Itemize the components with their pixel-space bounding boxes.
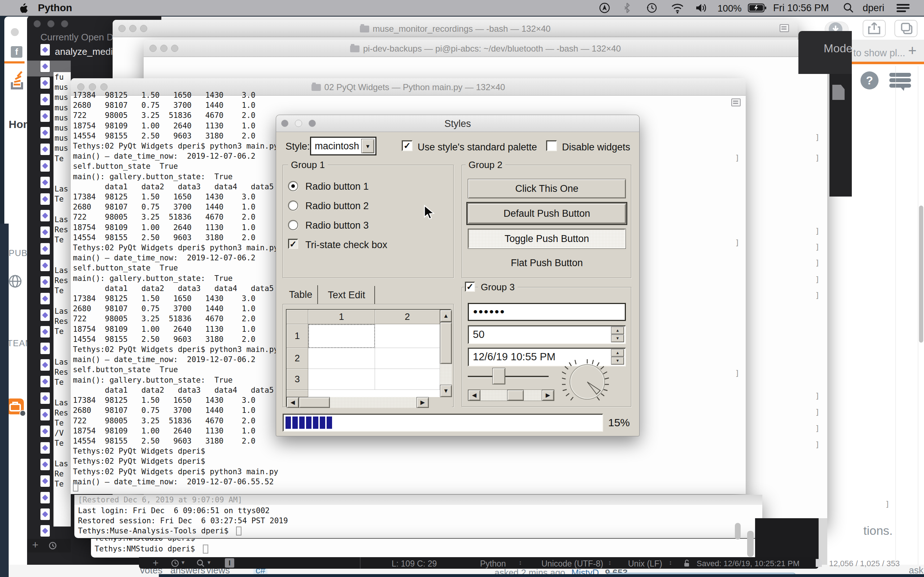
table-cell-2-2[interactable] (375, 348, 440, 369)
table-row-header-1[interactable]: 1 (287, 324, 308, 348)
scrollbar-left-button[interactable]: ◀ (468, 390, 480, 401)
spotlight-icon[interactable] (843, 3, 854, 13)
notification-list-icon[interactable] (896, 3, 910, 13)
muse-panes-icon[interactable] (780, 24, 789, 32)
table-cell-1-1-selected[interactable] (308, 324, 375, 348)
scrollbar-thumb[interactable] (507, 390, 524, 401)
editor-zoom-button[interactable] (61, 20, 68, 27)
spinbox[interactable]: 50 ▴ ▾ (468, 325, 626, 344)
radio-button-1-label[interactable]: Radio button 1 (305, 181, 369, 192)
group3-checkbox[interactable]: ✓ (465, 282, 475, 292)
search-dropdown-caret[interactable]: ▾ (208, 559, 210, 566)
password-field[interactable]: •••••• (468, 303, 626, 321)
slider-track[interactable] (468, 376, 549, 377)
new-tab-button[interactable]: + (908, 43, 916, 59)
palette-checkbox[interactable]: ✓ (402, 140, 412, 151)
search-icon[interactable] (196, 559, 205, 568)
line-ending-dropdown-icon[interactable]: ↕ (669, 559, 672, 567)
browser-tab-partial[interactable]: to show pl... + (851, 40, 924, 62)
table-hscrollbar[interactable]: ◀ ▶ (287, 397, 429, 408)
group3-hscrollbar[interactable]: ◀ ▶ (468, 390, 554, 401)
pyqt-panes-icon[interactable] (731, 98, 741, 106)
stackoverflow-logo[interactable] (10, 69, 25, 89)
radio-button-2-label[interactable]: Radio button 2 (305, 200, 369, 212)
click-this-one-button[interactable]: Click This One (468, 179, 626, 198)
table-row-header-2[interactable]: 2 (287, 348, 308, 369)
help-icon[interactable]: ? (861, 71, 879, 89)
file-list[interactable] (40, 44, 50, 542)
dial-widget[interactable] (562, 358, 612, 408)
spin-up-button[interactable]: ▴ (611, 327, 624, 334)
bluetooth-icon[interactable] (623, 2, 631, 14)
datetime-down-button[interactable]: ▾ (611, 357, 624, 364)
terminal-scroll-pill-1[interactable] (735, 523, 741, 540)
hscroll-thumb[interactable] (299, 397, 330, 408)
open-file-name[interactable]: analyze_medita (55, 46, 121, 57)
table-cell-3-2[interactable] (375, 369, 440, 390)
tristate-checkbox[interactable]: ✓ (288, 239, 298, 249)
scroll-left-button[interactable]: ◀ (287, 397, 299, 408)
tab-text-edit[interactable]: Text Edit (319, 286, 375, 305)
disable-widgets-checkbox[interactable] (546, 140, 557, 151)
menu-user-name[interactable]: dperi (863, 3, 884, 14)
disable-widgets-label[interactable]: Disable widgets (562, 142, 630, 153)
clock-dropdown-caret[interactable]: ▾ (181, 559, 184, 566)
syntax-dropdown-icon[interactable]: ↕ (519, 559, 522, 567)
combobox-arrow-button[interactable]: ▼ (361, 139, 374, 153)
add-button[interactable]: + (153, 557, 158, 569)
terminal-scroll-pill-2[interactable] (747, 531, 754, 557)
palette-checkbox-label[interactable]: Use style's standard palette (418, 142, 537, 153)
scrollbar-right-button[interactable]: ▶ (542, 390, 554, 401)
share-button[interactable] (863, 20, 886, 37)
menu-clock[interactable]: Fri 10:56 PM (773, 3, 829, 14)
table-col-header-1[interactable]: 1 (308, 310, 375, 324)
toggle-push-button[interactable]: Toggle Push Button (468, 229, 626, 249)
time-machine-icon[interactable] (646, 2, 657, 14)
scroll-right-button[interactable]: ▶ (417, 397, 429, 408)
syntax-mode[interactable]: Python (480, 559, 506, 569)
slider-handle[interactable] (492, 368, 505, 384)
line-ending[interactable]: Unix (LF) (628, 559, 662, 569)
browser-scrollbar[interactable] (919, 206, 923, 343)
radio-button-3-label[interactable]: Radio button 3 (305, 220, 369, 231)
history-icon[interactable] (48, 541, 57, 550)
scroll-up-button[interactable]: ▲ (440, 310, 452, 322)
location-services-icon[interactable] (599, 3, 610, 13)
battery-icon[interactable] (748, 3, 767, 13)
tabs-overview-button[interactable] (894, 20, 918, 37)
table-vscrollbar[interactable]: ▲ ▼ (440, 310, 452, 397)
recent-clock-icon[interactable] (171, 559, 179, 567)
style-combobox[interactable]: macintosh ▼ (310, 137, 376, 155)
editor-close-button[interactable] (34, 20, 41, 27)
table-cell-2-1[interactable] (308, 348, 375, 369)
facebook-icon[interactable]: f (11, 46, 23, 58)
inbox-icon[interactable] (888, 72, 912, 91)
table-widget[interactable]: 1 2 1 2 3 ▲ ▼ ◀ ▶ (286, 309, 451, 407)
spin-down-button[interactable]: ▾ (611, 335, 624, 342)
wifi-icon[interactable] (670, 3, 684, 14)
tristate-checkbox-label[interactable]: Tri-state check box (305, 239, 387, 251)
table-cell-1-2[interactable] (375, 324, 440, 348)
volume-icon[interactable] (695, 3, 708, 13)
globe-icon[interactable] (8, 274, 23, 288)
editor-minimize-button[interactable] (47, 20, 55, 27)
datetime-up-button[interactable]: ▴ (611, 349, 624, 357)
radio-button-3[interactable] (288, 220, 298, 230)
teams-briefcase-icon[interactable] (6, 398, 24, 414)
active-app-name[interactable]: Python (38, 2, 72, 14)
table-col-header-2[interactable]: 2 (375, 310, 440, 324)
vscroll-thumb[interactable] (440, 322, 452, 364)
radio-button-1[interactable] (288, 181, 298, 191)
scroll-down-button[interactable]: ▼ (440, 385, 452, 397)
browser-traffic-light[interactable] (11, 28, 19, 36)
add-file-button[interactable]: + (32, 539, 39, 551)
flat-push-button[interactable]: Flat Push Button (468, 255, 626, 271)
encoding-dropdown-icon[interactable]: ↕ (608, 559, 611, 567)
radio-button-2[interactable] (288, 200, 298, 211)
encoding[interactable]: Unicode (UTF-8) (541, 559, 603, 569)
default-push-button[interactable]: Default Push Button (468, 203, 626, 224)
table-row-header-3[interactable]: 3 (287, 369, 308, 390)
table-cell-3-1[interactable] (308, 369, 375, 390)
tab-table[interactable]: Table (284, 285, 318, 305)
apple-menu-icon[interactable] (19, 3, 28, 14)
